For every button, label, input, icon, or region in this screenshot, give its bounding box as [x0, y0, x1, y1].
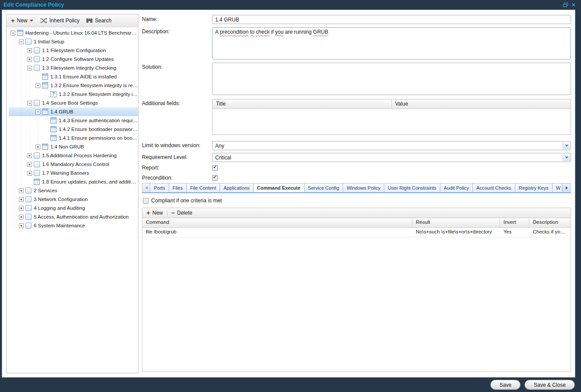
column-header-title[interactable]: Title: [213, 99, 392, 109]
criteria-new-button[interactable]: + New: [146, 210, 163, 216]
tree-item-label: 1.5 Additional Process Hardening: [42, 153, 117, 158]
expand-icon[interactable]: [27, 57, 32, 62]
save-button[interactable]: Save: [490, 380, 521, 390]
precondition-checkbox[interactable]: [212, 175, 218, 181]
expand-icon[interactable]: [19, 223, 24, 228]
tab-applications[interactable]: Applications: [220, 184, 253, 192]
tab-account-checks[interactable]: Account Checks: [473, 184, 515, 192]
chevron-down-icon[interactable]: [563, 142, 570, 149]
tab-user-right-constraints[interactable]: User Right Constraints: [384, 184, 440, 192]
search-button[interactable]: Search: [86, 18, 111, 24]
plus-icon: +: [146, 210, 150, 215]
expand-icon[interactable]: [19, 206, 24, 211]
description-text: to: [250, 29, 254, 35]
limit-version-value: Any: [215, 143, 224, 149]
tree-item[interactable]: 1.3.2 Ensure filesystem integrity is reg…: [9, 81, 138, 90]
tree-item[interactable]: 1.2 Configure Software Updates: [9, 55, 138, 64]
category-icon: [34, 56, 40, 62]
tree-item[interactable]: 1.6 Mandatory Access Control: [9, 160, 138, 169]
tree-item[interactable]: ?1.3.2 Ensure filesystem integrity is re…: [9, 90, 138, 99]
policy-table-icon: [50, 117, 57, 124]
expand-icon[interactable]: [27, 48, 32, 53]
tree-item[interactable]: 6 System Maintenance: [9, 221, 138, 230]
description-input[interactable]: A precondition to check if you are runni…: [212, 27, 571, 60]
tree-item[interactable]: 1.4.3 Ensure authentication required fo.…: [9, 116, 138, 125]
tree-item-label: 3 Network Configuration: [34, 197, 88, 202]
tree-item[interactable]: 1.8 Ensure updates, patches, and additio…: [9, 177, 138, 186]
tab-w[interactable]: W: [553, 184, 562, 192]
tree-indent-guide: [34, 90, 42, 99]
additional-fields-table: Title Value: [212, 99, 571, 135]
close-icon[interactable]: ×: [570, 1, 577, 8]
expand-icon[interactable]: [19, 188, 24, 193]
inherit-policy-button[interactable]: Inherit Policy: [40, 18, 80, 24]
restore-window-icon[interactable]: [562, 1, 570, 8]
tree-item[interactable]: 3 Network Configuration: [9, 195, 138, 204]
limit-version-select[interactable]: Any: [212, 141, 571, 150]
solution-input[interactable]: [212, 63, 571, 95]
policy-table-icon: [42, 82, 48, 88]
tab-command-execute[interactable]: Command Execute: [254, 184, 305, 192]
tree-item-label: 6 System Maintenance: [34, 223, 85, 228]
save-close-button[interactable]: Save & Close: [524, 380, 575, 390]
requirement-level-select[interactable]: Critical: [212, 153, 571, 162]
tree-item[interactable]: 5 Access, Authentication and Authorizati…: [9, 212, 138, 221]
collapse-icon[interactable]: [27, 101, 32, 106]
expand-icon[interactable]: [27, 153, 32, 158]
tab-audit-policy[interactable]: Audit Policy: [440, 184, 473, 192]
chevron-down-icon[interactable]: [563, 154, 570, 161]
collapse-icon[interactable]: [27, 66, 32, 71]
tree-indent-guide: [17, 72, 25, 81]
tree-item[interactable]: 1.5 Additional Process Hardening: [9, 151, 138, 160]
dialog-footer: Save Save & Close: [0, 378, 581, 392]
tree-item[interactable]: Hardening - Ubuntu Linux 16.04 LTS Bench…: [9, 28, 138, 37]
tab-ports[interactable]: Ports: [150, 184, 169, 192]
column-header-description[interactable]: Description: [529, 218, 570, 227]
name-input[interactable]: [212, 15, 571, 24]
tree-item[interactable]: 1.4 GRUB: [9, 107, 138, 116]
tab-files[interactable]: Files: [169, 184, 187, 192]
collapse-icon[interactable]: [35, 109, 40, 114]
expand-icon[interactable]: [27, 162, 32, 167]
expand-icon[interactable]: [27, 171, 32, 176]
tree-item[interactable]: 4 Logging and Auditing: [9, 204, 138, 212]
tree-item[interactable]: 2 Services: [9, 186, 138, 195]
solution-label: Solution:: [142, 63, 212, 95]
tree-indent-guide: [25, 107, 34, 116]
expand-icon[interactable]: [35, 145, 40, 149]
tree-item[interactable]: 1.4 Non GRUB: [9, 142, 138, 151]
tree-item[interactable]: 1.4.2 Ensure bootloader password is set: [9, 125, 138, 134]
collapse-icon[interactable]: [35, 83, 40, 88]
description-text: A: [215, 29, 220, 35]
tree-item[interactable]: 1.3 Filesystem Integrity Checking: [9, 64, 138, 72]
report-checkbox[interactable]: [212, 165, 218, 171]
criteria-row[interactable]: file /boot/grubNo\s+such \s+file\s+or\s+…: [142, 228, 570, 237]
tree-item[interactable]: 1.7 Warning Banners: [9, 169, 138, 177]
tab-scroll-right-icon[interactable]: [563, 184, 570, 192]
tab-windows-policy[interactable]: Windows Policy: [343, 184, 384, 192]
tree-item[interactable]: 1.1 Filesystem Configuration: [9, 46, 138, 55]
expand-icon[interactable]: [19, 215, 24, 219]
collapse-icon[interactable]: [19, 39, 24, 44]
policy-table-icon: [50, 126, 57, 132]
tab-scroll-left-icon[interactable]: [142, 184, 150, 192]
compliant-label: Compliant if one criteria is met: [151, 198, 222, 204]
tree-item[interactable]: 1.4 Secure Boot Settings: [9, 99, 138, 107]
column-header-result[interactable]: Result: [412, 218, 500, 227]
column-header-command[interactable]: Command: [142, 218, 412, 227]
column-header-invert[interactable]: Invert: [500, 218, 529, 227]
criteria-delete-button[interactable]: − Delete: [171, 210, 192, 216]
compliant-checkbox[interactable]: [143, 198, 149, 204]
tree-item[interactable]: 1.3.1 Ensure AIDE is installed: [9, 72, 138, 81]
tree-item[interactable]: 1 Initial Setup: [9, 37, 138, 46]
tab-registry-keys[interactable]: Registry Keys: [515, 184, 553, 192]
tree-indent-guide: [9, 81, 17, 90]
tree-item[interactable]: 1.4.1 Ensure permissions on bootloader..…: [9, 134, 138, 142]
tab-service-config[interactable]: Service Config: [305, 184, 344, 192]
collapse-icon[interactable]: [11, 31, 15, 35]
new-button[interactable]: + New: [11, 18, 33, 24]
column-header-value[interactable]: Value: [392, 99, 571, 109]
tree-indent-guide: [25, 142, 34, 151]
expand-icon[interactable]: [19, 197, 24, 202]
tab-file-content[interactable]: File Content: [187, 184, 220, 192]
